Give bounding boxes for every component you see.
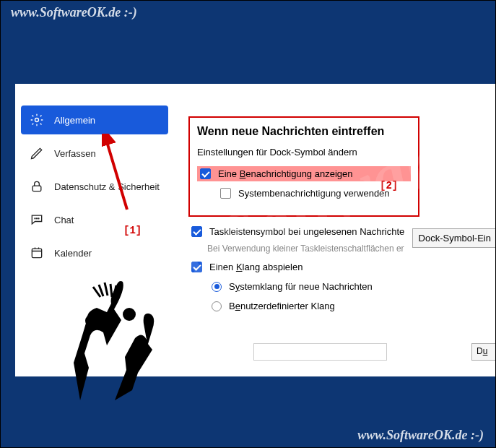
sidebar-item-label: Kalender [54,248,92,259]
radio-row-systemklang[interactable]: Systemklang für neue Nachrichten [209,279,496,294]
highlighted-region: Wenn neue Nachrichten eintreffen Einstel… [188,116,419,217]
sidebar-item-label: Verfassen [54,148,96,159]
browse-button[interactable]: Du [471,343,496,361]
checkbox-row-notify[interactable]: Eine Benachrichtigung anzeigen [197,166,411,181]
radio-custom[interactable] [212,301,222,311]
radio-label: Systemklang für neue Nachrichten [229,281,373,292]
svg-point-0 [35,119,39,122]
sidebar-item-chat[interactable]: Chat [21,205,168,234]
checkbox-notify[interactable] [200,168,211,179]
checkbox-label: Systembenachrichtigung verwenden [238,188,390,199]
gear-icon [30,113,44,127]
dock-symbol-button[interactable]: Dock-Symbol-Ein [412,228,496,248]
checkbox-sysnotify[interactable] [220,188,231,199]
checkbox-label: Eine Benachrichtigung anzeigen [218,168,352,179]
svg-rect-5 [32,249,41,258]
sidebar-item-allgemein[interactable]: Allgemein [21,105,168,134]
checkbox-sound[interactable] [191,262,202,272]
sidebar-item-label: Chat [54,215,74,225]
radio-systemklang[interactable] [212,282,222,292]
checkbox-label: Taskleistensymbol bei ungelesenen Nachri… [209,226,404,237]
sidebar-item-label: Datenschutz & Sicherheit [54,181,160,192]
pencil-icon [30,146,44,160]
checkbox-row-sound[interactable]: Einen Klang abspielen [188,259,496,275]
sidebar: Allgemein Verfassen Datenschutz & Sicher… [15,84,174,277]
svg-rect-1 [32,186,41,191]
radio-label: Benutzerdefinierter Klang [229,301,335,311]
checkbox-label: Einen Klang abspielen [209,262,303,272]
section-subline: Einstellungen für Dock-Symbol ändern [197,147,411,158]
svg-point-3 [37,218,38,219]
svg-point-2 [35,218,35,219]
lock-icon [30,179,44,194]
settings-window: Allgemein Verfassen Datenschutz & Sicher… [15,84,496,376]
sidebar-item-verfassen[interactable]: Verfassen [21,139,168,168]
watermark-top-left: www.SoftwareOK.de :-) [11,5,137,20]
sidebar-item-datenschutz[interactable]: Datenschutz & Sicherheit [21,172,168,201]
watermark-bottom-right: www.SoftwareOK.de :-) [357,428,484,443]
sidebar-item-label: Allgemein [54,115,95,126]
chat-icon [30,212,44,227]
checkbox-taskbar[interactable] [191,226,202,237]
section-heading: Wenn neue Nachrichten eintreffen [197,125,411,138]
checkbox-row-sysnotify[interactable]: Systembenachrichtigung verwenden [217,186,411,201]
svg-point-4 [38,218,39,219]
sound-file-input[interactable] [253,343,387,361]
calendar-icon [30,246,44,260]
radio-row-custom[interactable]: Benutzerdefinierter Klang [209,298,496,314]
sidebar-item-kalender[interactable]: Kalender [21,238,168,267]
